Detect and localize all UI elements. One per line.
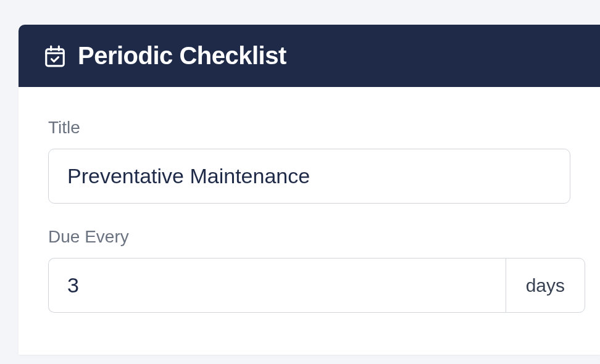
due-every-group: Due Every days bbox=[48, 227, 570, 313]
card-header: Periodic Checklist bbox=[19, 25, 600, 87]
title-label: Title bbox=[48, 118, 570, 138]
card-body: Title Due Every days bbox=[19, 87, 600, 355]
due-every-input[interactable] bbox=[48, 258, 506, 313]
calendar-check-icon bbox=[43, 44, 67, 68]
svg-rect-0 bbox=[46, 49, 64, 65]
periodic-checklist-card: Periodic Checklist Title Due Every days bbox=[19, 25, 600, 355]
card-title: Periodic Checklist bbox=[78, 42, 286, 70]
due-every-label: Due Every bbox=[48, 227, 570, 247]
title-input[interactable] bbox=[48, 149, 570, 204]
title-group: Title bbox=[48, 118, 570, 204]
due-every-unit: days bbox=[506, 258, 585, 313]
due-every-input-group: days bbox=[48, 258, 585, 313]
